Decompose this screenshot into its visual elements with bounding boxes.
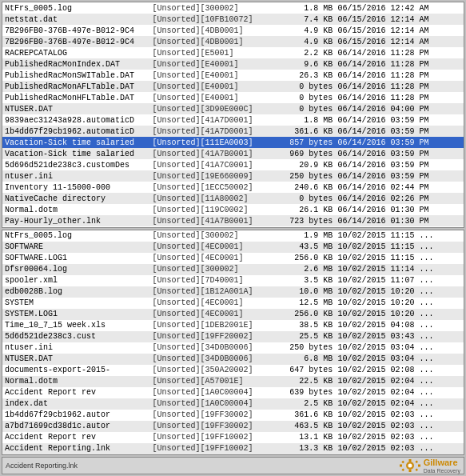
cell-date: 06/14/2016 11:28 PM <box>335 47 464 58</box>
table-row[interactable]: netstat.dat[Unsorted][10FB10072]7.4 KB06… <box>2 14 464 25</box>
cell-date: 06/14/2016 03:59 PM <box>335 170 464 182</box>
cell-filename: PublishedRacMonSWITable.DAT <box>2 70 149 81</box>
table-row[interactable]: SOFTWARE.LOG1[Unsorted][4EC0001]256.0 KB… <box>2 253 464 264</box>
cell-filename: 1b4dd67f29cb1962.automaticD <box>2 126 149 137</box>
cell-unsorted: [Unsorted][350A20002] <box>149 365 273 376</box>
cell-filename: ntuser.ini <box>2 170 149 182</box>
table-row[interactable]: 9839aec31243a928.automaticD[Unsorted][41… <box>2 114 464 126</box>
svg-rect-9 <box>415 468 418 471</box>
cell-date: 10/02/2015 10:20 ... <box>335 286 464 298</box>
table-row[interactable]: Accident Report rev[Unsorted][1A0C00004]… <box>2 387 464 398</box>
cell-size: 20.9 KB <box>273 159 335 170</box>
table-row[interactable]: a7bd71699cd38d1c.autor[Unsorted][19FF300… <box>2 421 464 432</box>
cell-filename: SYSTEM <box>2 298 149 309</box>
table-row[interactable]: 1b4dd67f29cb1962.automaticD[Unsorted][41… <box>2 126 464 137</box>
gillware-sub: Data Recovery <box>424 468 460 474</box>
cell-unsorted: [Unsorted][1B12A001A] <box>149 286 273 298</box>
cell-size: 463.5 KB <box>273 421 335 432</box>
table-row[interactable]: 7B296FB0-376B-497e-B012-9C4[Unsorted][4D… <box>2 25 464 36</box>
table-row[interactable]: Vacation-Sick time salaried[Unsorted][11… <box>2 137 464 148</box>
table-row[interactable]: edb0028B.log[Unsorted][1B12A001A]10.0 MB… <box>2 286 464 298</box>
cell-size: 43.5 MB <box>273 242 335 253</box>
cell-date: 06/14/2016 04:00 PM <box>335 103 464 114</box>
table-row[interactable]: VIBWIDYX.txt[Unsorted][41A880001]525 byt… <box>2 226 464 228</box>
table-row[interactable]: Vacation-Sick time salaried[Unsorted][41… <box>2 148 464 159</box>
gillware-brand: Gillware <box>424 458 458 467</box>
cell-filename: Normal.dotm <box>2 204 149 215</box>
table-row[interactable]: ntuser.ini[Unsorted][19E660009]250 bytes… <box>2 170 464 182</box>
table-row[interactable]: NtFrs_0005.log[Unsorted][300002]1.9 MB10… <box>2 230 464 242</box>
table-row[interactable]: NtFrs_0005.log[Unsorted][300002]1.8 MB06… <box>2 2 464 14</box>
table-row[interactable]: 7B296FB0-376B-497e-B012-9C4[Unsorted][4D… <box>2 36 464 47</box>
cell-size: 0 bytes <box>273 92 335 103</box>
cell-size: 0 bytes <box>273 81 335 92</box>
table-row[interactable]: Dfsr00064.log[Unsorted][300002]2.6 MB10/… <box>2 264 464 275</box>
table-row[interactable]: documents-export-2015-[Unsorted][350A200… <box>2 365 464 376</box>
cell-unsorted: [Unsorted][10FB10072] <box>149 14 273 25</box>
table-row[interactable]: SYSTEM.LOG1[Unsorted][4EC0001]256.0 KB10… <box>2 309 464 320</box>
cell-filename: edb0028B.log <box>2 286 149 298</box>
cell-size: 857 bytes <box>273 137 335 148</box>
cell-filename: 5d696d521de238c3.customDes <box>2 159 149 170</box>
cell-unsorted: [Unsorted][34D0B0006] <box>149 354 273 365</box>
cell-filename: Normal.dotm <box>2 376 149 387</box>
cell-date: 10/02/2015 11:15 ... <box>335 253 464 264</box>
svg-rect-6 <box>401 461 404 464</box>
table-row[interactable]: NativeCache directory[Unsorted][11A80002… <box>2 193 464 204</box>
cell-size: 969 bytes <box>273 148 335 159</box>
table-row[interactable]: Normal.dotm[Unsorted][119C0002]26.1 KB06… <box>2 204 464 215</box>
table-row[interactable]: Accident Report rev[Unsorted][19FF10002]… <box>2 432 464 443</box>
table-row[interactable]: Normal.dotm[Unsorted][A57001E]22.5 KB10/… <box>2 376 464 387</box>
table-row[interactable]: index.dat[Unsorted][1A0C00004]2.5 KB10/0… <box>2 398 464 410</box>
cell-filename: 7B296FB0-376B-497e-B012-9C4 <box>2 36 149 47</box>
cell-filename: 5d6d521de238c3.cust <box>2 331 149 342</box>
cell-filename: 1b4dd67f29cb1962.autor <box>2 410 149 421</box>
cell-unsorted: [Unsorted][19FF10002] <box>149 432 273 443</box>
cell-date: 06/15/2016 12:14 AM <box>335 14 464 25</box>
cell-unsorted: [Unsorted][41A7C0001] <box>149 159 273 170</box>
table-row[interactable]: PublishedRacMonSWITable.DAT[Unsorted][E4… <box>2 70 464 81</box>
table-row[interactable]: Excel14.xlb[Unsorted][1A0EB0004]10.0 KB1… <box>2 454 464 456</box>
table-row[interactable]: NTUSER.DAT[Unsorted][3D90E000C]0 bytes06… <box>2 103 464 114</box>
table-row[interactable]: RACREPCATALOG[Unsorted][E5001]2.2 KB06/1… <box>2 47 464 58</box>
table-row[interactable]: PublishedRacMonIndex.DAT[Unsorted][E4000… <box>2 58 464 70</box>
cell-date: 10/02/2015 11:14 ... <box>335 264 464 275</box>
table-row[interactable]: 1b4dd67f29cb1962.autor[Unsorted][19FF300… <box>2 410 464 421</box>
table-row[interactable]: 5d696d521de238c3.customDes[Unsorted][41A… <box>2 159 464 170</box>
cell-filename: Time_10_7_15 week.xls <box>2 320 149 331</box>
cell-filename: Vacation-Sick time salaried <box>2 148 149 159</box>
table-row[interactable]: PublishedRacMonHFLTable.DAT[Unsorted][E4… <box>2 92 464 103</box>
table-top: NtFrs_0005.log[Unsorted][300002]1.8 MB06… <box>2 2 464 228</box>
bottom-bar: Accident Reporting.lnk Gill <box>2 457 464 474</box>
cell-unsorted: [Unsorted][4EC0001] <box>149 242 273 253</box>
table-row[interactable]: spooler.xml[Unsorted][7D40001]3.5 KB10/0… <box>2 275 464 286</box>
cell-unsorted: [Unsorted][300002] <box>149 264 273 275</box>
cell-size: 256.0 KB <box>273 309 335 320</box>
table-row[interactable]: Time_10_7_15 week.xls[Unsorted][1DEB2001… <box>2 320 464 331</box>
cell-date: 10/02/2015 02:03 ... <box>335 410 464 421</box>
table-row[interactable]: PublishedRacMonAFLTable.DAT[Unsorted][E4… <box>2 81 464 92</box>
cell-unsorted: [Unsorted][1A0EB0004] <box>149 454 273 456</box>
svg-rect-4 <box>400 465 402 467</box>
cell-filename: 9839aec31243a928.automaticD <box>2 114 149 126</box>
svg-rect-8 <box>401 468 404 471</box>
table-row[interactable]: SYSTEM[Unsorted][4EC0001]12.5 MB10/02/20… <box>2 298 464 309</box>
cell-size: 7.4 KB <box>273 14 335 25</box>
cell-date: 10/02/2015 02:08 ... <box>335 365 464 376</box>
main-container: NtFrs_0005.log[Unsorted][300002]1.8 MB06… <box>0 0 466 476</box>
cell-size: 10.0 MB <box>273 286 335 298</box>
table-row[interactable]: Pay-Hourly_other.lnk[Unsorted][41A7B0001… <box>2 215 464 226</box>
table-row[interactable]: NTUSER.DAT[Unsorted][34D0B0006]6.8 MB10/… <box>2 354 464 365</box>
cell-date: 10/02/2015 04:08 ... <box>335 320 464 331</box>
table-row[interactable]: 5d6d521de238c3.cust[Unsorted][19FF20002]… <box>2 331 464 342</box>
cell-size: 25.5 KB <box>273 331 335 342</box>
gillware-icon <box>399 458 421 473</box>
table-row[interactable]: ntuser.ini[Unsorted][34D0B0006]250 bytes… <box>2 342 464 354</box>
cell-filename: Dfsr00064.log <box>2 264 149 275</box>
cell-date: 06/14/2016 02:26 PM <box>335 193 464 204</box>
cell-unsorted: [Unsorted][1ECC50002] <box>149 182 273 193</box>
table-row[interactable]: Inventory 11-15000-000[Unsorted][1ECC500… <box>2 182 464 193</box>
table-row[interactable]: Accident Reporting.lnk[Unsorted][19FF100… <box>2 443 464 454</box>
cell-unsorted: [Unsorted][E40001] <box>149 58 273 70</box>
table-row[interactable]: SOFTWARE[Unsorted][4EC0001]43.5 MB10/02/… <box>2 242 464 253</box>
